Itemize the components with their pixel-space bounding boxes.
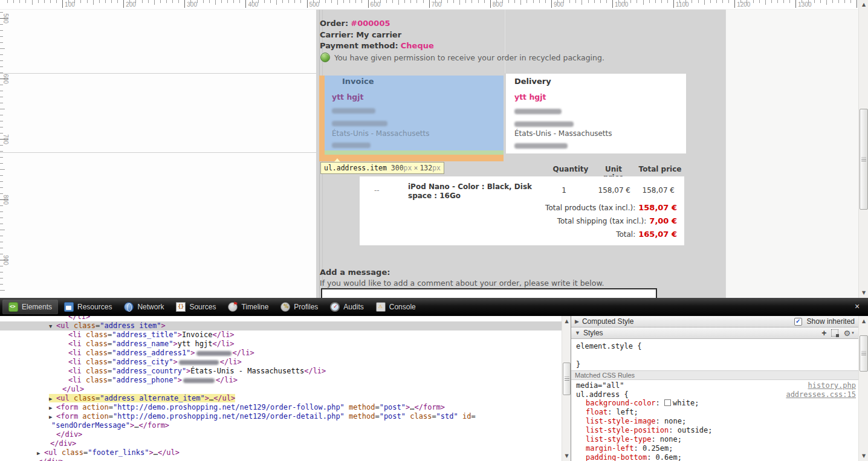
ruler-tick <box>355 0 356 3</box>
css-property[interactable]: float: left; <box>586 408 856 417</box>
scroll-down-button[interactable]: ▼ <box>859 451 868 461</box>
tab-elements[interactable]: Elements <box>2 300 58 314</box>
css-property[interactable]: background-color: white; <box>586 399 856 408</box>
css-property-name[interactable]: background-color <box>586 399 656 407</box>
css-property[interactable]: list-style-image: none; <box>586 417 856 426</box>
recycled-globe-icon <box>320 53 330 62</box>
product-reference: -- <box>374 186 380 195</box>
css-property-name[interactable]: list-style-image <box>586 417 656 425</box>
dom-tree-line[interactable]: </div> <box>0 439 562 448</box>
element-style-open[interactable]: element.style { <box>576 342 641 350</box>
css-property[interactable]: list-style-position: outside; <box>586 426 856 435</box>
show-inherited-checkbox[interactable]: ✓ <box>794 318 802 326</box>
dom-tree-line[interactable]: ▶<ul class="footer_links">…</ul> <box>0 448 562 457</box>
ruler-tick <box>753 0 754 3</box>
order-number-link[interactable]: #000005 <box>351 19 390 28</box>
scroll-up-button[interactable]: ▲ <box>859 0 868 10</box>
css-property-name[interactable]: list-style-position <box>586 426 669 434</box>
dom-tree-line[interactable]: </ul> <box>0 385 562 394</box>
code-token: </li> <box>220 358 242 366</box>
expand-arrow-icon[interactable]: ▶ <box>49 404 56 413</box>
tab-console[interactable]: Console <box>370 300 422 314</box>
stylesheet-link[interactable]: addresses.css:15 <box>786 390 856 399</box>
dom-tree-line[interactable]: ▶<form action="http://demo.proshopping.n… <box>0 403 562 412</box>
page-scrollbar[interactable]: ▲ ▼ <box>858 0 868 298</box>
styles-sidebar-scrollbar[interactable]: ▲ ▼ <box>858 316 868 461</box>
tab-resources[interactable]: Resources <box>58 300 118 314</box>
scroll-up-button[interactable]: ▲ <box>562 317 571 326</box>
tab-network[interactable]: Network <box>118 300 170 314</box>
ruler-tick <box>203 0 204 3</box>
scroll-down-button[interactable]: ▼ <box>562 451 571 461</box>
color-swatch[interactable] <box>664 399 671 406</box>
css-colon: : <box>656 417 664 425</box>
scrollbar-thumb[interactable] <box>860 335 868 372</box>
css-property-name[interactable]: margin-left <box>586 444 633 453</box>
toggle-element-state-icon[interactable] <box>831 329 838 337</box>
ruler-tick <box>826 0 827 5</box>
dom-tree-line[interactable]: <li class="address_address1"></li> <box>0 349 562 358</box>
dom-tree-line[interactable]: </div> <box>0 457 562 461</box>
scroll-down-button[interactable]: ▼ <box>859 288 868 298</box>
css-property-name[interactable]: float <box>586 408 607 416</box>
ruler-tick <box>87 0 88 3</box>
payment-value-link[interactable]: Cheque <box>401 41 434 50</box>
expand-arrow-icon[interactable]: ▶ <box>37 449 44 458</box>
ruler-vertical: 500600700800900 <box>0 0 9 298</box>
order-message-textarea[interactable] <box>321 288 657 298</box>
css-property-value[interactable]: none; <box>660 435 682 443</box>
css-property[interactable]: list-style-type: none; <box>586 435 856 444</box>
expanded-triangle-icon[interactable]: ▼ <box>575 330 580 336</box>
expand-arrow-icon[interactable]: ▼ <box>49 322 56 331</box>
dom-tree-line[interactable]: <li class="address_name">ytt hgjt</li> <box>0 340 562 349</box>
css-property-value[interactable]: outside; <box>678 426 713 434</box>
dom-tree-line[interactable]: </div> <box>0 430 562 439</box>
dom-tree-line[interactable]: ▶<form action="http://demo.proshopping.n… <box>0 412 562 421</box>
ruler-label: 500 <box>2 10 9 28</box>
inspect-height: 132 <box>419 164 432 172</box>
css-property-value[interactable]: 0.6em; <box>656 453 682 461</box>
expand-arrow-icon[interactable]: ▶ <box>49 413 56 422</box>
tab-sources[interactable]: Sources <box>170 300 222 314</box>
css-property-value[interactable]: none; <box>664 417 686 425</box>
css-property-name[interactable]: list-style-type <box>586 435 651 443</box>
dom-tree-line[interactable]: <li class="address_title">Invoice</li> <box>0 330 562 340</box>
css-property-value[interactable]: white; <box>673 399 699 407</box>
scrollbar-thumb[interactable] <box>563 363 571 395</box>
tab-timeline[interactable]: Timeline <box>222 300 274 314</box>
tab-audits[interactable]: Audits <box>324 300 369 314</box>
css-property-value[interactable]: left; <box>617 408 638 416</box>
styles-section[interactable]: ▼ Styles + ⚙▼ <box>571 327 858 339</box>
code-token: <li <box>68 358 82 366</box>
ruler-tick <box>0 36 3 37</box>
devtools-close-icon[interactable]: × <box>851 300 863 312</box>
dom-tree-line[interactable]: <li class="address_phone"></li> <box>0 376 562 385</box>
css-property-name[interactable]: padding-bottom <box>586 453 647 461</box>
elements-panel-scrollbar[interactable]: ▲ ▼ <box>562 316 571 461</box>
computed-style-section[interactable]: ▶ Computed Style ✓ Show inherited <box>571 316 858 327</box>
css-selector[interactable]: ul.address { <box>576 390 629 399</box>
stylesheet-link[interactable]: history.php <box>808 381 856 390</box>
code-token: </form> <box>139 421 170 430</box>
ruler-tick <box>594 0 595 3</box>
tab-profiles[interactable]: Profiles <box>274 300 324 314</box>
expand-arrow-icon[interactable]: ▶ <box>49 395 56 404</box>
css-property-value[interactable]: 0.25em; <box>643 444 673 453</box>
dom-tree-line[interactable]: "sendOrderMessage">…</form> <box>0 421 562 430</box>
gear-icon[interactable]: ⚙▼ <box>843 329 855 338</box>
ruler-label: 400 <box>248 1 258 8</box>
dom-tree-line[interactable]: ▶<ul class="address alternate_item">…</u… <box>0 394 562 403</box>
elements-icon <box>8 302 18 312</box>
dom-tree-line[interactable]: <li class="address_city"></li> <box>0 358 562 367</box>
css-property[interactable]: margin-left: 0.25em; <box>586 444 856 453</box>
new-style-rule-button[interactable]: + <box>821 328 826 338</box>
scroll-up-button[interactable]: ▲ <box>859 317 868 326</box>
dom-tree-line[interactable]: </li> <box>0 316 562 321</box>
dom-tree-line[interactable]: ▼<ul class="address item"> <box>0 321 562 330</box>
code-token: class <box>70 321 96 330</box>
css-property[interactable]: padding-bottom: 0.6em; <box>586 453 856 461</box>
collapsed-triangle-icon[interactable]: ▶ <box>575 318 579 324</box>
ruler-tick <box>838 0 839 3</box>
dom-tree-line[interactable]: <li class="address_country">États-Unis -… <box>0 367 562 376</box>
scrollbar-thumb[interactable] <box>860 109 868 210</box>
